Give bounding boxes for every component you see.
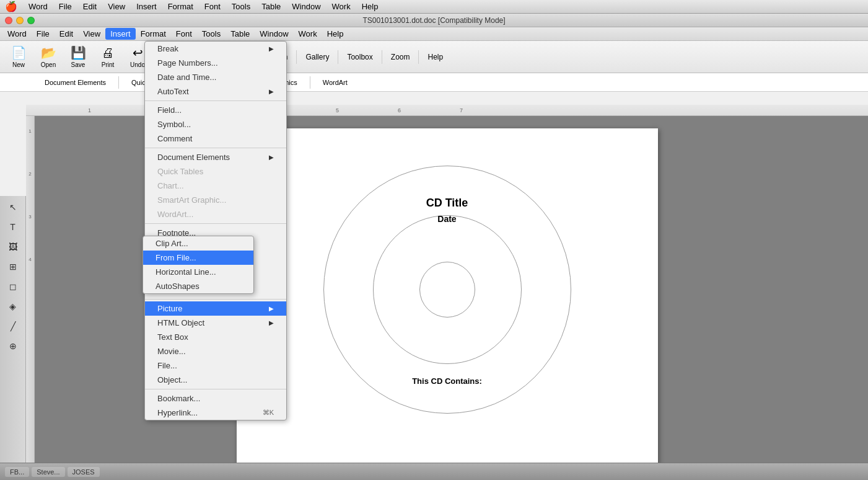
sidebar-tool-line[interactable]: ╱ <box>4 318 22 335</box>
submenu-from-file[interactable]: From File... <box>143 251 253 265</box>
sidebar-tool-cursor[interactable]: ↖ <box>4 198 22 216</box>
menu-item-page-numbers[interactable]: Page Numbers... <box>145 56 286 70</box>
taskbar-item-joses[interactable]: JOSES <box>68 467 100 477</box>
menu-item-document-elements[interactable]: Document Elements ▶ <box>145 150 286 164</box>
word-menu-tools[interactable]: Tools <box>197 28 226 40</box>
ribbon-subtabs: Document Elements Quick Tables Charts Sm… <box>0 73 868 92</box>
insert-menu: Break ▶ Page Numbers... Date and Time...… <box>144 41 287 420</box>
menu-item-document-elements-label: Document Elements <box>157 153 230 162</box>
submenu-clip-art[interactable]: Clip Art... <box>143 236 253 251</box>
taskbar: FB... Steve... JOSES <box>0 463 868 480</box>
sidebar-tool-text[interactable]: T <box>4 218 22 236</box>
menu-item-chart: Chart... <box>145 179 286 193</box>
menubar-file[interactable]: File <box>54 1 77 12</box>
word-menu-format[interactable]: Format <box>136 28 171 40</box>
word-menu-table[interactable]: Table <box>226 28 255 40</box>
menubar-font[interactable]: Font <box>199 1 226 12</box>
print-button[interactable]: 🖨 Print <box>94 45 121 69</box>
sidebar-tool-shape[interactable]: ◻ <box>4 278 22 295</box>
toolbar: 📄 New 📂 Open 💾 Save 🖨 Print ↩ Undo 150% … <box>0 41 868 73</box>
menubar-edit[interactable]: Edit <box>78 1 102 12</box>
menu-item-bookmark[interactable]: Bookmark... <box>145 391 286 406</box>
subtab-sep-4 <box>310 76 310 89</box>
open-button[interactable]: 📂 Open <box>35 44 62 69</box>
word-menu-edit[interactable]: Edit <box>55 28 78 40</box>
menu-item-field-label: Field... <box>157 105 182 115</box>
word-menu-help[interactable]: Help <box>322 28 349 40</box>
menu-item-picture[interactable]: Picture ▶ <box>145 301 286 316</box>
menu-item-hyperlink[interactable]: Hyperlink... ⌘K <box>145 406 286 420</box>
doc-content: CD Title Date This CD Contains: <box>237 128 658 451</box>
minimize-button[interactable] <box>16 17 24 24</box>
word-menu-word[interactable]: Word <box>2 28 32 40</box>
tab-toolbox[interactable]: Toolbox <box>338 50 382 64</box>
menu-item-html-object[interactable]: HTML Object ▶ <box>145 316 286 330</box>
word-menu-font[interactable]: Font <box>171 28 197 40</box>
menubar-word[interactable]: Word <box>24 1 53 12</box>
sidebar-tool-table[interactable]: ⊞ <box>4 258 22 275</box>
subtab-wordart[interactable]: WordArt <box>315 77 355 88</box>
menu-item-quick-tables-label: Quick Tables <box>157 167 203 176</box>
menubar-view[interactable]: View <box>103 1 130 12</box>
submenu-autoshapes[interactable]: AutoShapes <box>143 279 253 293</box>
menu-item-hyperlink-shortcut: ⌘K <box>263 409 274 417</box>
word-menu-view[interactable]: View <box>78 28 105 40</box>
menu-item-object[interactable]: Object... <box>145 373 286 387</box>
menu-item-comment-label: Comment <box>157 134 192 143</box>
menubar-insert[interactable]: Insert <box>131 1 162 12</box>
title-bar: TS001013001.dot.doc [Compatibility Mode] <box>0 14 868 27</box>
menu-item-movie[interactable]: Movie... <box>145 344 286 358</box>
new-button[interactable]: 📄 New <box>5 44 32 69</box>
menubar-help[interactable]: Help <box>357 1 384 12</box>
menu-item-field[interactable]: Field... <box>145 103 286 117</box>
save-label: Save <box>71 61 85 68</box>
menu-item-quick-tables: Quick Tables <box>145 164 286 179</box>
menu-item-file[interactable]: File... <box>145 358 286 373</box>
menu-item-autotext-label: AutoText <box>157 87 189 96</box>
tab-help[interactable]: Help <box>419 50 452 64</box>
menu-item-symbol[interactable]: Symbol... <box>145 117 286 131</box>
maximize-button[interactable] <box>27 17 35 24</box>
menu-item-wordart-label: WordArt... <box>157 210 193 219</box>
open-icon: 📂 <box>41 45 56 60</box>
doc-page: CD Title Date This CD Contains: <box>237 128 658 463</box>
print-icon: 🖨 <box>102 46 114 60</box>
menubar-format[interactable]: Format <box>163 1 198 12</box>
word-menu-work[interactable]: Work <box>294 28 322 40</box>
tab-gallery[interactable]: Gallery <box>297 50 338 64</box>
menubar-window[interactable]: Window <box>287 1 325 12</box>
word-menu-bar: Word File Edit View Insert Format Font T… <box>0 27 868 41</box>
menu-item-object-label: Object... <box>157 375 187 384</box>
menubar-tools[interactable]: Tools <box>227 1 255 12</box>
close-button[interactable] <box>5 17 12 24</box>
menubar-table[interactable]: Table <box>256 1 286 12</box>
word-menu-window[interactable]: Window <box>255 28 293 40</box>
sidebar-tool-image[interactable]: 🖼 <box>4 238 22 256</box>
subtab-document-elements[interactable]: Document Elements <box>37 77 113 88</box>
menu-item-text-box[interactable]: Text Box <box>145 330 286 344</box>
menu-item-comment[interactable]: Comment <box>145 131 286 146</box>
menu-item-wordart: WordArt... <box>145 207 286 221</box>
sidebar-tool-3d[interactable]: ◈ <box>4 298 22 315</box>
taskbar-item-fb[interactable]: FB... <box>5 467 29 477</box>
sidebar-tool-adjust[interactable]: ⊕ <box>4 337 22 355</box>
submenu-horizontal-line[interactable]: Horizontal Line... <box>143 265 253 279</box>
menu-sep-1 <box>145 100 286 101</box>
save-button[interactable]: 💾 Save <box>64 44 92 69</box>
menu-item-bookmark-label: Bookmark... <box>157 394 200 403</box>
picture-submenu: Clip Art... From File... Horizontal Line… <box>142 236 254 294</box>
word-menu-insert[interactable]: Insert <box>105 28 136 40</box>
word-menu-file[interactable]: File <box>32 28 55 40</box>
tab-zoom[interactable]: Zoom <box>382 50 419 64</box>
submenu-from-file-label: From File... <box>156 253 196 262</box>
menu-arrow-html-object: ▶ <box>269 319 274 326</box>
cd-hole <box>419 262 475 318</box>
menu-item-autotext[interactable]: AutoText ▶ <box>145 84 286 99</box>
menu-item-date-time[interactable]: Date and Time... <box>145 70 286 84</box>
apple-menu[interactable]: 🍎 <box>5 1 17 12</box>
menubar-work[interactable]: Work <box>327 1 356 12</box>
taskbar-item-steve[interactable]: Steve... <box>32 467 64 477</box>
menu-item-picture-label: Picture <box>157 304 182 313</box>
menu-item-break[interactable]: Break ▶ <box>145 42 286 56</box>
menu-arrow-autotext: ▶ <box>269 88 274 95</box>
